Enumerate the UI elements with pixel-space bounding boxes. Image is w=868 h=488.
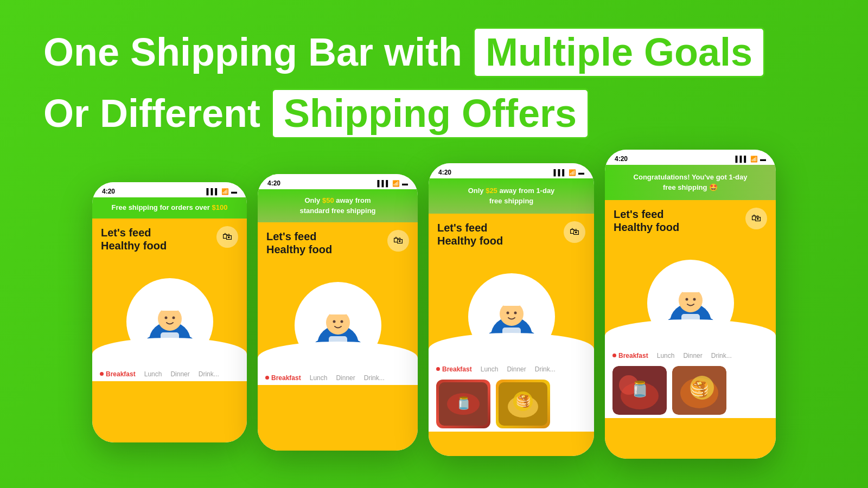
app-header-4: Let's feedHealthy food 🛍 xyxy=(605,200,776,238)
food-cards-4: 🫙 🥞 xyxy=(605,363,776,418)
tab-breakfast-4[interactable]: Breakfast xyxy=(612,352,648,359)
amount-3: $25 xyxy=(486,187,497,195)
cart-button-1[interactable]: 🛍 xyxy=(216,226,238,248)
app-header-2: Let's feedHealthy food 🛍 xyxy=(258,222,418,260)
amount-2: $50 xyxy=(322,196,334,204)
status-icons-3: ▌▌▌ 📶 ▬ xyxy=(554,169,584,176)
phone-3: 4:20 ▌▌▌ 📶 ▬ Only $25 away from 1-dayfre… xyxy=(429,163,594,456)
tab-dinner-3[interactable]: Dinner xyxy=(507,365,526,373)
signal-icon-3: ▌▌▌ xyxy=(554,169,566,176)
phone-1: 4:20 ▌▌▌ 📶 ▬ Free shipping for orders ov… xyxy=(92,182,247,442)
chef-area-3 xyxy=(429,252,594,360)
headline-highlight-1: Multiple Goals xyxy=(473,27,765,78)
svg-rect-52 xyxy=(684,278,697,290)
time-4: 4:20 xyxy=(615,155,628,163)
app-content-3: Let's feedHealthy food 🛍 xyxy=(429,214,594,457)
tab-drink-3: Drink... xyxy=(535,365,556,373)
tab-breakfast-2[interactable]: Breakfast xyxy=(265,374,301,382)
cart-button-4[interactable]: 🛍 xyxy=(745,208,767,229)
time-2: 4:20 xyxy=(267,179,280,187)
active-dot-3 xyxy=(436,367,440,371)
svg-point-18 xyxy=(333,320,335,323)
white-section-1: Breakfast Lunch Dinner Drink... xyxy=(92,365,247,381)
phone-4: 4:20 ▌▌▌ 📶 ▬ Congratulations! You've got… xyxy=(605,150,776,459)
wifi-icon-2: 📶 xyxy=(392,180,400,187)
signal-icon-2: ▌▌▌ xyxy=(378,180,390,187)
time-1: 4:20 xyxy=(102,188,115,195)
tab-drink-1: Drink... xyxy=(199,370,219,378)
svg-point-5 xyxy=(172,316,175,319)
shipping-bar-3: Only $25 away from 1-dayfree shipping xyxy=(429,178,594,213)
wifi-icon-1: 📶 xyxy=(221,188,229,195)
time-3: 4:20 xyxy=(438,169,451,176)
app-title-4: Let's feedHealthy food xyxy=(614,208,679,234)
app-header-3: Let's feedHealthy food 🛍 xyxy=(429,214,594,252)
headline-highlight-2: Shipping Offers xyxy=(271,88,589,139)
active-dot-4 xyxy=(612,354,616,357)
category-tabs-4: Breakfast Lunch Dinner Drink... xyxy=(605,346,776,363)
phones-container: 4:20 ▌▌▌ 📶 ▬ Free shipping for orders ov… xyxy=(0,155,868,459)
category-tabs-3: Breakfast Lunch Dinner Drink... xyxy=(429,360,594,376)
svg-rect-31 xyxy=(505,292,518,304)
battery-icon-2: ▬ xyxy=(402,180,408,187)
white-section-4: Breakfast Lunch Dinner Drink... 🫙 xyxy=(605,346,776,418)
tab-dinner-1[interactable]: Dinner xyxy=(170,370,189,378)
food-cards-3: 🫙 🥞 xyxy=(429,376,594,432)
svg-text:🫙: 🫙 xyxy=(630,380,649,398)
food-photo-3b: 🥞 xyxy=(496,380,550,428)
cart-button-3[interactable]: 🛍 xyxy=(564,221,585,243)
wave-1 xyxy=(92,338,247,365)
wifi-icon-4: 📶 xyxy=(750,156,758,163)
svg-point-4 xyxy=(164,316,167,319)
app-title-2: Let's feedHealthy food xyxy=(266,230,332,256)
tab-dinner-4[interactable]: Dinner xyxy=(683,352,702,359)
wifi-icon-3: 📶 xyxy=(569,169,576,176)
headline-text-2: Or Different xyxy=(43,92,260,135)
svg-rect-3 xyxy=(163,297,176,309)
status-icons-1: ▌▌▌ 📶 ▬ xyxy=(207,188,237,195)
app-title-1: Let's feedHealthy food xyxy=(101,226,167,252)
headline-line1: One Shipping Bar with Multiple Goals xyxy=(43,27,825,78)
tab-lunch-3[interactable]: Lunch xyxy=(481,365,499,373)
app-content-4: Let's feedHealthy food 🛍 xyxy=(605,200,776,459)
tab-lunch-4[interactable]: Lunch xyxy=(657,352,675,359)
wave-4 xyxy=(605,319,776,346)
svg-point-19 xyxy=(340,320,343,323)
tab-lunch-1[interactable]: Lunch xyxy=(144,370,162,378)
tab-lunch-2[interactable]: Lunch xyxy=(310,374,328,382)
svg-text:🫙: 🫙 xyxy=(456,396,471,410)
svg-text:🥞: 🥞 xyxy=(690,380,709,398)
background: One Shipping Bar with Multiple Goals Or … xyxy=(0,0,868,488)
svg-point-32 xyxy=(506,311,509,314)
amount-1: $100 xyxy=(212,203,228,211)
status-bar-2: 4:20 ▌▌▌ 📶 ▬ xyxy=(258,174,418,189)
shipping-bar-2: Only $50 away fromstandard free shipping xyxy=(258,189,418,222)
white-section-2: Breakfast Lunch Dinner Drink... xyxy=(258,369,418,385)
tab-breakfast-1[interactable]: Breakfast xyxy=(100,370,136,378)
headline-text-1: One Shipping Bar with xyxy=(43,31,462,74)
tab-breakfast-3[interactable]: Breakfast xyxy=(436,365,472,373)
app-header-1: Let's feedHealthy food 🛍 xyxy=(92,219,247,256)
battery-icon-1: ▬ xyxy=(231,188,237,195)
status-bar-3: 4:20 ▌▌▌ 📶 ▬ xyxy=(429,163,594,178)
headline-line2: Or Different Shipping Offers xyxy=(43,88,825,139)
food-item-3a: 🫙 xyxy=(436,380,490,428)
cart-button-2[interactable]: 🛍 xyxy=(387,230,409,252)
white-section-3: Breakfast Lunch Dinner Drink... 🫙 xyxy=(429,360,594,432)
svg-rect-17 xyxy=(331,300,344,312)
status-icons-4: ▌▌▌ 📶 ▬ xyxy=(736,156,766,163)
wave-2 xyxy=(258,342,418,369)
tab-dinner-2[interactable]: Dinner xyxy=(336,374,355,382)
app-content-2: Let's feedHealthy food 🛍 xyxy=(258,222,418,451)
shipping-bar-4: Congratulations! You've got 1-dayfree sh… xyxy=(605,165,776,200)
phone-2: 4:20 ▌▌▌ 📶 ▬ Only $50 away fromstandard … xyxy=(258,174,418,451)
tab-drink-4: Drink... xyxy=(711,352,732,359)
svg-text:🥞: 🥞 xyxy=(516,394,531,408)
category-tabs-1: Breakfast Lunch Dinner Drink... xyxy=(92,365,247,381)
chef-area-2 xyxy=(258,260,418,369)
status-bar-1: 4:20 ▌▌▌ 📶 ▬ xyxy=(92,182,247,197)
chef-area-4 xyxy=(605,238,776,346)
app-content-1: Let's feedHealthy food 🛍 xyxy=(92,219,247,443)
signal-icon-4: ▌▌▌ xyxy=(736,156,748,162)
chef-area-1 xyxy=(92,256,247,365)
